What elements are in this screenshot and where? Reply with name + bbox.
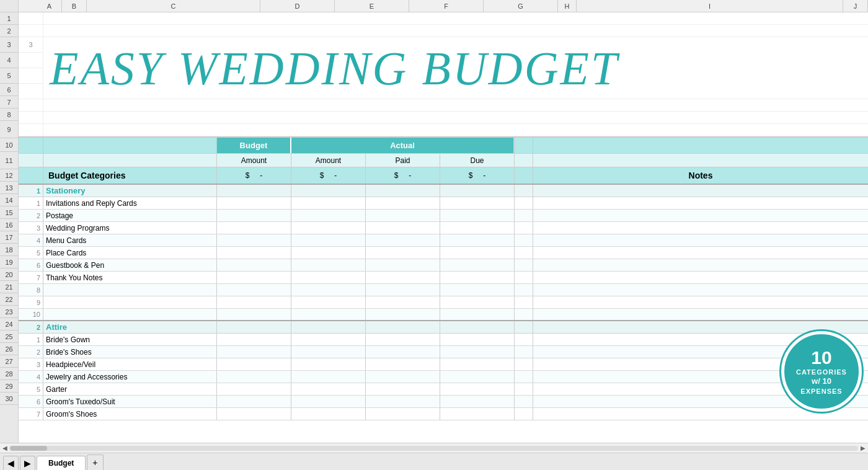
row-24[interactable]: 1 Bride's Gown [19, 334, 868, 346]
rn-11: 11 [0, 152, 18, 169]
spreadsheet: A B C D E F G H I J 1 2 3 4 5 6 7 8 9 10… [0, 0, 868, 470]
row-19[interactable]: 7 Thank You Notes [19, 272, 868, 284]
cell-a9 [19, 138, 43, 153]
cell-g13[interactable] [440, 197, 515, 209]
cell-a6 [19, 99, 43, 111]
rn-24: 24 [0, 318, 18, 330]
corner-cell [0, 0, 19, 12]
cat1-e [291, 185, 366, 197]
cell-a10 [19, 154, 43, 167]
cell-g11: $ - [440, 167, 515, 184]
row-29[interactable]: 6 Groom's Tuxedo/Suit [19, 396, 868, 408]
rn-14: 14 [0, 194, 18, 206]
cell-b10 [43, 154, 217, 167]
col-c-header: C [87, 0, 260, 12]
scroll-thumb[interactable] [10, 446, 47, 451]
cell-g14[interactable] [440, 210, 515, 221]
row-14[interactable]: 2 Postage [19, 210, 868, 222]
spreadsheet-title: EASY WEDDING BUDGET [50, 42, 619, 94]
rn-22: 22 [0, 293, 18, 306]
budget-tab[interactable]: Budget [37, 456, 86, 470]
rn-1: 1 [0, 12, 18, 25]
row-28[interactable]: 5 Garter [19, 383, 868, 396]
col-g-header: G [484, 0, 558, 12]
rn-15: 15 [0, 206, 18, 219]
cell-bc11: Budget Categories [43, 167, 217, 184]
row-26[interactable]: 3 Headpiece/Veil [19, 358, 868, 371]
row-27[interactable]: 4 Jewelry and Accessories [19, 371, 868, 383]
notes-header-label: Notes [689, 171, 713, 180]
cell-i11: Notes [533, 167, 868, 184]
cell-i13[interactable] [533, 197, 868, 209]
cat1-name: Stationery [43, 185, 217, 197]
cell-f11: $ - [366, 167, 440, 184]
cell-d13[interactable] [217, 197, 291, 209]
item-name[interactable]: Postage [43, 210, 217, 221]
rn-30: 30 [0, 392, 18, 405]
rn-8: 8 [0, 109, 18, 121]
rn-27: 27 [0, 355, 18, 368]
column-header-strip: A B C D E F G H I J [0, 0, 868, 12]
due-col-label: Due [470, 156, 484, 165]
rn-21: 21 [0, 281, 18, 293]
add-sheet-button[interactable]: + [87, 454, 103, 470]
rn-26: 26 [0, 343, 18, 355]
paid-col-label: Paid [395, 156, 410, 165]
cat2-name: Attire [43, 321, 217, 333]
cell-a11 [19, 167, 43, 184]
scroll-sheets-left[interactable]: ◀ [3, 456, 19, 470]
cell-a1 [19, 12, 43, 24]
badge-line3: EXPENSES [800, 387, 842, 396]
row-9-header: Budget Actual [19, 136, 868, 154]
scroll-right-arrow[interactable]: ▶ [861, 445, 866, 451]
rn-9: 9 [0, 121, 18, 138]
item-num: 2 [19, 210, 43, 221]
cell-f14[interactable] [366, 210, 440, 221]
row-8 [19, 124, 868, 136]
rn-19: 19 [0, 256, 18, 268]
actual-amount-label: Amount [316, 156, 341, 165]
row-22[interactable]: 10 [19, 309, 868, 321]
cat1-f [366, 185, 440, 197]
due-header: Due [440, 154, 515, 167]
column-letters: A B C D E F G H I J [37, 0, 868, 12]
row-21[interactable]: 9 [19, 296, 868, 309]
row-1 [19, 12, 868, 25]
row-20[interactable]: 8 [19, 284, 868, 296]
cell-f13[interactable] [366, 197, 440, 209]
row-10-subheader: Amount Amount Paid Due [19, 154, 868, 167]
row-17[interactable]: 5 Place Cards [19, 247, 868, 259]
cell-d11: $ - [217, 167, 291, 184]
row-25[interactable]: 2 Bride's Shoes [19, 346, 868, 358]
cell-b6 [43, 99, 868, 111]
actual-header: Actual [291, 138, 515, 153]
badge-line1: CATEGORIES [796, 368, 847, 376]
d11-dollar: $ - [246, 171, 262, 180]
cell-e14[interactable] [291, 210, 366, 221]
row-16[interactable]: 4 Menu Cards [19, 234, 868, 247]
scroll-track[interactable] [10, 446, 858, 451]
actual-amount-header: Amount [291, 154, 366, 167]
attire-label: Attire [46, 322, 67, 332]
rn-2: 2 [0, 25, 18, 37]
row-30[interactable]: 7 Groom's Shoes [19, 408, 868, 420]
cell-d14[interactable] [217, 210, 291, 221]
item-num: 1 [19, 197, 43, 209]
row-18[interactable]: 6 Guestbook & Pen [19, 259, 868, 272]
cell-b1 [43, 12, 868, 24]
cat2-num: 2 [19, 321, 43, 333]
row-12-stationery: 1 Stationery [19, 185, 868, 197]
row-15[interactable]: 3 Wedding Programs [19, 222, 868, 234]
row-7 [19, 112, 868, 124]
categories-header-label: Budget Categories [48, 171, 125, 180]
rn-10: 10 [0, 138, 18, 152]
rn-18: 18 [0, 244, 18, 256]
cell-e13[interactable] [291, 197, 366, 209]
scroll-left-arrow[interactable]: ◀ [2, 445, 7, 451]
f11-dollar: $ - [394, 171, 411, 180]
scroll-sheets-right[interactable]: ▶ [20, 456, 35, 470]
row-23-attire: 2 Attire [19, 321, 868, 334]
item-name[interactable]: Invitations and Reply Cards [43, 197, 217, 209]
horizontal-scrollbar[interactable]: ◀ ▶ [0, 443, 868, 453]
row-13[interactable]: 1 Invitations and Reply Cards [19, 197, 868, 210]
